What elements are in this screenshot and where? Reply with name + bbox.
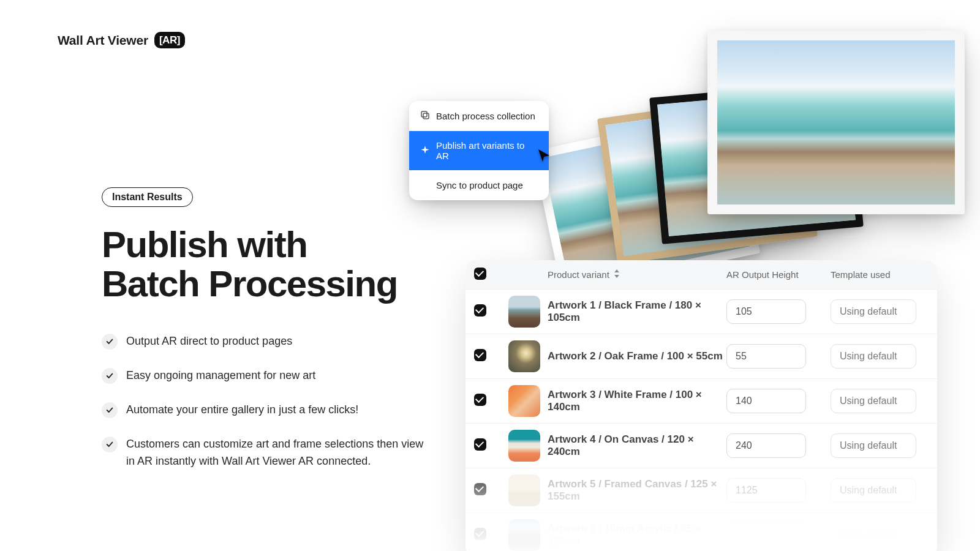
check-icon (102, 334, 118, 350)
ar-height-input[interactable] (726, 344, 806, 369)
artwork-thumbnail (508, 430, 540, 462)
template-select[interactable]: Using default (831, 299, 916, 324)
ar-height-input[interactable] (726, 433, 806, 458)
table-row: Artwork 5 / Framed Canvas / 125 × 155cmU… (466, 468, 937, 512)
template-select[interactable]: Using default (831, 433, 916, 458)
brand-logo: Wall Art Viewer [AR] (58, 32, 185, 48)
table-header: Product variant AR Output Height Templat… (466, 260, 937, 289)
feature-bullet: Automate your entire gallery in just a f… (102, 402, 432, 419)
copy-icon (420, 110, 430, 122)
th-product-variant[interactable]: Product variant (548, 269, 609, 280)
table-row: Artwork 6 / 10mm Acrylic / 85 × 120cmUsi… (466, 512, 937, 551)
hero-title-line1: Publish with (102, 224, 307, 265)
variant-label: Artwork 4 / On Canvas / 120 × 240cm (548, 433, 726, 458)
feature-bullet: Easy ongoing management for new art (102, 367, 432, 384)
check-icon (102, 437, 118, 452)
menu-item-label: Sync to product page (436, 180, 523, 190)
row-checkbox[interactable] (474, 304, 486, 317)
row-checkbox[interactable] (474, 483, 486, 495)
hero-title: Publish with Batch Processing (102, 225, 432, 304)
ar-height-input[interactable] (726, 389, 806, 413)
blank-icon (420, 179, 430, 191)
artwork-thumbnail (508, 519, 540, 551)
ar-height-input[interactable] (726, 478, 806, 503)
sort-icon[interactable] (613, 269, 620, 280)
menu-item-label: Publish art variants to AR (436, 140, 538, 161)
variant-label: Artwork 5 / Framed Canvas / 125 × 155cm (548, 478, 726, 503)
row-checkbox[interactable] (474, 349, 486, 361)
artwork-thumbnail (508, 385, 540, 417)
artwork-thumbnail (508, 296, 540, 328)
check-icon (102, 402, 118, 418)
select-all-checkbox[interactable] (474, 268, 486, 280)
variant-label: Artwork 3 / White Frame / 100 × 140cm (548, 389, 726, 413)
row-checkbox[interactable] (474, 528, 486, 540)
artwork-thumbnail (508, 474, 540, 506)
hero-title-line2: Batch Processing (102, 263, 398, 304)
variant-label: Artwork 6 / 10mm Acrylic / 85 × 120cm (548, 523, 726, 547)
ar-height-input[interactable] (726, 299, 806, 324)
template-select[interactable]: Using default (831, 389, 916, 413)
brand-name: Wall Art Viewer (58, 33, 148, 48)
menu-item-publish-art-variants-to-ar[interactable]: Publish art variants to AR (409, 131, 549, 170)
ar-height-input[interactable] (726, 523, 806, 547)
batch-actions-menu[interactable]: Batch process collectionPublish art vari… (409, 101, 549, 200)
template-select[interactable]: Using default (831, 344, 916, 369)
bullet-text: Easy ongoing management for new art (126, 367, 315, 384)
table-row: Artwork 2 / Oak Frame / 100 × 55cmUsing … (466, 334, 937, 378)
table-row: Artwork 3 / White Frame / 100 × 140cmUsi… (466, 378, 937, 423)
product-variant-table: Product variant AR Output Height Templat… (466, 260, 937, 551)
variant-label: Artwork 1 / Black Frame / 180 × 105cm (548, 299, 726, 324)
table-row: Artwork 4 / On Canvas / 120 × 240cmUsing… (466, 423, 937, 468)
instant-results-pill: Instant Results (102, 187, 193, 207)
svg-rect-1 (423, 113, 429, 119)
template-select[interactable]: Using default (831, 478, 916, 503)
artwork-preview-large-white-frame (707, 31, 965, 214)
th-ar-output-height: AR Output Height (726, 269, 831, 280)
table-row: Artwork 1 / Black Frame / 180 × 105cmUsi… (466, 289, 937, 334)
row-checkbox[interactable] (474, 438, 486, 451)
th-template-used: Template used (831, 269, 929, 280)
bullet-text: Automate your entire gallery in just a f… (126, 402, 358, 419)
feature-bullet: Customers can customize art and frame se… (102, 436, 432, 470)
brand-badge: [AR] (154, 32, 185, 48)
feature-bullet: Output AR direct to product pages (102, 333, 432, 350)
variant-label: Artwork 2 / Oak Frame / 100 × 55cm (548, 350, 726, 362)
menu-item-sync-to-product-page[interactable]: Sync to product page (409, 170, 549, 200)
bullet-text: Output AR direct to product pages (126, 333, 292, 350)
sparkle-icon (420, 145, 430, 157)
cursor-pointer-icon (537, 148, 551, 165)
feature-bullets: Output AR direct to product pagesEasy on… (102, 333, 432, 470)
artwork-thumbnail (508, 340, 540, 372)
check-icon (102, 368, 118, 384)
template-select[interactable]: Using default (831, 523, 916, 547)
menu-item-label: Batch process collection (436, 111, 535, 121)
menu-item-batch-process-collection[interactable]: Batch process collection (409, 101, 549, 131)
bullet-text: Customers can customize art and frame se… (126, 436, 432, 470)
hero-copy: Instant Results Publish with Batch Proce… (102, 187, 432, 470)
svg-rect-0 (421, 111, 427, 117)
row-checkbox[interactable] (474, 394, 486, 406)
